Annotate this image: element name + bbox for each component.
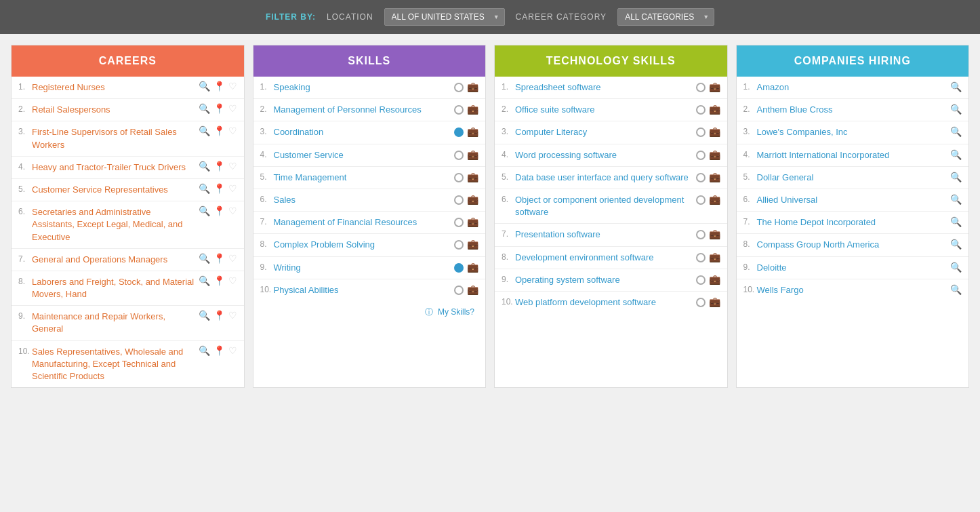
location-icon[interactable]: 📍 xyxy=(213,184,225,193)
tech-skill-name[interactable]: Web platform development software xyxy=(515,296,692,309)
tech-skill-radio[interactable] xyxy=(696,105,706,115)
company-name[interactable]: Wells Fargo xyxy=(757,284,947,296)
search-icon[interactable]: 🔍 xyxy=(199,346,210,355)
company-name[interactable]: Dollar General xyxy=(757,172,947,184)
tech-skill-radio[interactable] xyxy=(696,253,706,262)
career-name[interactable]: Heavy and Tractor-Trailer Truck Drivers xyxy=(32,161,195,174)
tech-skill-name[interactable]: Computer Literacy xyxy=(515,126,692,138)
company-name[interactable]: Compass Group North America xyxy=(757,239,947,251)
tech-skill-radio[interactable] xyxy=(696,173,706,182)
tech-skill-radio[interactable] xyxy=(696,151,706,160)
career-name[interactable]: First-Line Supervisors of Retail Sales W… xyxy=(32,126,195,151)
skill-name[interactable]: Sales xyxy=(274,194,451,206)
briefcase-icon[interactable]: 💼 xyxy=(467,149,478,160)
search-icon[interactable]: 🔍 xyxy=(950,104,962,115)
career-name[interactable]: Customer Service Representatives xyxy=(32,184,195,196)
search-icon[interactable]: 🔍 xyxy=(199,104,210,113)
location-icon[interactable]: 📍 xyxy=(213,206,225,216)
skill-radio[interactable] xyxy=(454,105,464,115)
skill-name[interactable]: Management of Personnel Resources xyxy=(274,104,451,116)
skill-radio[interactable] xyxy=(454,83,464,92)
favorite-icon[interactable]: ♡ xyxy=(228,254,237,263)
company-name[interactable]: Marriott International Incorporated xyxy=(757,149,947,161)
briefcase-icon[interactable]: 💼 xyxy=(467,194,478,205)
career-name[interactable]: General and Operations Managers xyxy=(32,254,195,266)
tech-skill-name[interactable]: Operating system software xyxy=(515,274,692,286)
company-name[interactable]: Deloitte xyxy=(757,262,947,274)
favorite-icon[interactable]: ♡ xyxy=(228,81,237,91)
briefcase-icon[interactable]: 💼 xyxy=(709,126,720,137)
company-name[interactable]: Amazon xyxy=(757,81,947,94)
skill-name[interactable]: Customer Service xyxy=(274,149,451,161)
briefcase-icon[interactable]: 💼 xyxy=(467,284,478,295)
briefcase-icon[interactable]: 💼 xyxy=(709,296,720,307)
search-icon[interactable]: 🔍 xyxy=(199,206,210,216)
tech-skill-name[interactable]: Office suite software xyxy=(515,104,692,116)
skill-radio[interactable] xyxy=(454,218,464,227)
search-icon[interactable]: 🔍 xyxy=(950,194,962,205)
tech-skill-name[interactable]: Word processing software xyxy=(515,149,692,161)
search-icon[interactable]: 🔍 xyxy=(199,126,210,136)
company-name[interactable]: The Home Depot Incorporated xyxy=(757,216,947,229)
briefcase-icon[interactable]: 💼 xyxy=(467,104,478,115)
search-icon[interactable]: 🔍 xyxy=(199,81,210,91)
location-icon[interactable]: 📍 xyxy=(213,276,225,285)
favorite-icon[interactable]: ♡ xyxy=(228,276,237,285)
location-select[interactable]: ALL OF UNITED STATES xyxy=(384,8,505,26)
search-icon[interactable]: 🔍 xyxy=(950,216,962,227)
location-icon[interactable]: 📍 xyxy=(213,81,225,91)
company-name[interactable]: Allied Universal xyxy=(757,194,947,206)
search-icon[interactable]: 🔍 xyxy=(199,276,210,285)
search-icon[interactable]: 🔍 xyxy=(950,284,962,295)
career-name[interactable]: Retail Salespersons xyxy=(32,104,195,116)
tech-skill-name[interactable]: Presentation software xyxy=(515,229,692,241)
career-select[interactable]: ALL CATEGORIES xyxy=(617,8,714,26)
tech-skill-radio[interactable] xyxy=(696,275,706,285)
tech-skill-name[interactable]: Spreadsheet software xyxy=(515,81,692,94)
skill-radio[interactable] xyxy=(454,127,464,137)
briefcase-icon[interactable]: 💼 xyxy=(709,252,720,262)
favorite-icon[interactable]: ♡ xyxy=(228,104,237,113)
skill-name[interactable]: Complex Problem Solving xyxy=(274,239,451,251)
favorite-icon[interactable]: ♡ xyxy=(228,311,237,320)
location-icon[interactable]: 📍 xyxy=(213,311,225,320)
location-icon[interactable]: 📍 xyxy=(213,104,225,113)
tech-skill-radio[interactable] xyxy=(696,298,706,307)
favorite-icon[interactable]: ♡ xyxy=(228,161,237,171)
career-name[interactable]: Maintenance and Repair Workers, General xyxy=(32,311,195,335)
tech-skill-name[interactable]: Data base user interface and query softw… xyxy=(515,172,692,184)
search-icon[interactable]: 🔍 xyxy=(950,239,962,250)
search-icon[interactable]: 🔍 xyxy=(950,126,962,137)
location-select-wrapper[interactable]: ALL OF UNITED STATES xyxy=(384,8,505,26)
location-icon[interactable]: 📍 xyxy=(213,254,225,263)
briefcase-icon[interactable]: 💼 xyxy=(709,229,720,239)
briefcase-icon[interactable]: 💼 xyxy=(467,172,478,182)
skill-name[interactable]: Writing xyxy=(274,262,451,274)
skill-radio[interactable] xyxy=(454,285,464,295)
career-name[interactable]: Secretaries and Administrative Assistant… xyxy=(32,206,195,243)
briefcase-icon[interactable]: 💼 xyxy=(709,274,720,285)
career-name[interactable]: Registered Nurses xyxy=(32,81,195,94)
favorite-icon[interactable]: ♡ xyxy=(228,126,237,136)
my-skills-label[interactable]: My Skills? xyxy=(438,307,474,317)
search-icon[interactable]: 🔍 xyxy=(950,172,962,182)
briefcase-icon[interactable]: 💼 xyxy=(709,81,720,92)
briefcase-icon[interactable]: 💼 xyxy=(467,239,478,250)
skill-radio[interactable] xyxy=(454,263,464,273)
favorite-icon[interactable]: ♡ xyxy=(228,206,237,216)
tech-skill-radio[interactable] xyxy=(696,230,706,239)
company-name[interactable]: Lowe's Companies, Inc xyxy=(757,126,947,138)
briefcase-icon[interactable]: 💼 xyxy=(709,194,720,205)
briefcase-icon[interactable]: 💼 xyxy=(467,126,478,137)
favorite-icon[interactable]: ♡ xyxy=(228,346,237,355)
search-icon[interactable]: 🔍 xyxy=(950,262,962,273)
briefcase-icon[interactable]: 💼 xyxy=(709,172,720,182)
search-icon[interactable]: 🔍 xyxy=(199,184,210,193)
location-icon[interactable]: 📍 xyxy=(213,346,225,355)
location-icon[interactable]: 📍 xyxy=(213,161,225,171)
skill-name[interactable]: Physical Abilities xyxy=(274,284,451,296)
briefcase-icon[interactable]: 💼 xyxy=(467,216,478,227)
skill-radio[interactable] xyxy=(454,151,464,160)
skill-name[interactable]: Time Management xyxy=(274,172,451,184)
tech-skill-radio[interactable] xyxy=(696,195,706,205)
